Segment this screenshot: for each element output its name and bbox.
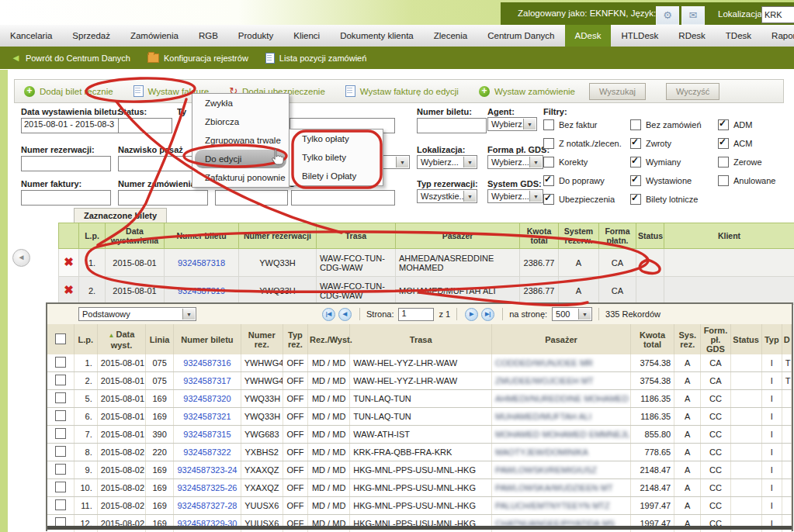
- checkbox-unchecked[interactable]: [718, 175, 729, 186]
- checkbox-unchecked[interactable]: [543, 138, 554, 149]
- tab-rgb[interactable]: RGB: [189, 25, 228, 47]
- first-page-button[interactable]: |◀: [322, 308, 335, 321]
- select-all-checkbox[interactable]: [55, 333, 66, 344]
- remove-ticket-button[interactable]: ✖: [64, 283, 74, 296]
- row-checkbox[interactable]: [55, 464, 66, 475]
- clear-button[interactable]: Wyczyść: [666, 83, 719, 100]
- tab-sprzeda[interactable]: Sprzedaż: [62, 25, 120, 47]
- tab-rdesk[interactable]: RDesk: [668, 25, 716, 47]
- filter-checkbox-acm[interactable]: ACM: [718, 138, 752, 149]
- action-wystaw-faktur-do-edycji[interactable]: Wystaw fakturę do edycji: [345, 85, 459, 97]
- action-wystaw-zam-wienie[interactable]: +Wystaw zamówienie: [479, 86, 575, 97]
- toolbar-item-powr-t-do-centrum-danych[interactable]: ◄Powrót do Centrum Danych: [11, 54, 130, 63]
- reservation-type-select[interactable]: Wszystkie...▼: [417, 189, 477, 203]
- bottom-scroll-strip[interactable]: [47, 526, 792, 530]
- toolbar-item-konfiguracja-rejestr-w[interactable]: Konfiguracja rejestrów: [147, 54, 248, 63]
- extra-wide-input[interactable]: [291, 190, 395, 206]
- checkbox-unchecked[interactable]: [543, 119, 554, 130]
- menu-item-zwyk-a[interactable]: Zwykła: [192, 94, 289, 112]
- tab-zam-wienia[interactable]: Zamówienia: [120, 25, 189, 47]
- tab-klienci[interactable]: Klienci: [283, 25, 330, 47]
- filter-checkbox-bilety-lotnicze[interactable]: Bilety lotnicze: [630, 194, 698, 205]
- row-checkbox[interactable]: [55, 428, 66, 439]
- view-select[interactable]: Podstawowy▼: [78, 307, 196, 321]
- ticket-number-link[interactable]: 9324587320: [183, 394, 231, 403]
- filter-checkbox-adm[interactable]: ADM: [718, 119, 752, 130]
- checkbox-unchecked[interactable]: [630, 119, 641, 130]
- row-checkbox[interactable]: [55, 446, 66, 457]
- prev-page-button[interactable]: ◀: [338, 308, 352, 321]
- tab-zlecenia[interactable]: Zlecenia: [424, 25, 477, 47]
- checkbox-checked[interactable]: [543, 175, 554, 186]
- tab-produkty[interactable]: Produkty: [228, 25, 283, 47]
- per-page-select[interactable]: 500▼: [552, 307, 592, 321]
- ticket-number-link[interactable]: 9324587327-28: [177, 501, 237, 510]
- ticket-number-link[interactable]: 9324587316: [183, 358, 231, 368]
- system-gds-select[interactable]: Wybierz...▼: [487, 189, 543, 203]
- tab-dokumenty-klienta[interactable]: Dokumenty klienta: [330, 25, 424, 47]
- filter-checkbox-do-poprawy[interactable]: Do poprawy: [543, 175, 605, 186]
- row-checkbox[interactable]: [55, 482, 66, 492]
- date-range-input[interactable]: 2015-08-01 - 2015-08-3: [21, 118, 119, 133]
- filter-checkbox-wystawione[interactable]: Wystawione: [630, 175, 692, 186]
- submenu-item-tylko-op-aty[interactable]: Tylko opłaty: [290, 130, 383, 148]
- filter-checkbox-wymiany[interactable]: Wymiany: [630, 157, 681, 168]
- tab-tdesk[interactable]: TDesk: [716, 25, 761, 47]
- filter-checkbox-zwroty[interactable]: Zwroty: [630, 138, 671, 149]
- submenu-item-tylko-bilety[interactable]: Tylko bilety: [290, 148, 383, 167]
- tab-centrum-danych[interactable]: Centrum Danych: [477, 25, 564, 47]
- row-checkbox[interactable]: [55, 392, 66, 403]
- checkbox-checked[interactable]: [630, 175, 641, 186]
- checkbox-checked[interactable]: [630, 138, 641, 149]
- ticket-number-input[interactable]: [417, 118, 487, 133]
- ticket-number-link[interactable]: 9324587317: [183, 376, 231, 385]
- row-checkbox[interactable]: [55, 410, 66, 421]
- checkbox-checked[interactable]: [630, 157, 641, 168]
- row-checkbox[interactable]: [55, 375, 66, 385]
- tab-htldesk[interactable]: HTLDesk: [611, 25, 668, 47]
- settings-button[interactable]: ⚙: [656, 6, 679, 25]
- last-page-button[interactable]: ▶|: [481, 308, 494, 321]
- ticket-number-link[interactable]: 9324587322: [183, 447, 231, 457]
- remove-ticket-button[interactable]: ✖: [64, 255, 74, 268]
- action-dodaj-bilet-r-cznie[interactable]: +Dodaj bilet ręcznie: [24, 86, 113, 97]
- checkbox-unchecked[interactable]: [718, 157, 729, 168]
- menu-item-zafakturuj-ponownie[interactable]: Zafakturuj ponownie: [192, 168, 289, 187]
- search-button[interactable]: Wyszukaj: [589, 83, 646, 100]
- tab-raporty[interactable]: Raporty: [761, 25, 794, 47]
- row-checkbox[interactable]: [55, 499, 66, 510]
- submenu-item-bilety-i-op-aty[interactable]: Bilety i Opłaty: [290, 167, 383, 185]
- ticket-number-link[interactable]: 9324587318: [178, 258, 225, 268]
- location-input[interactable]: KRK: [761, 6, 794, 23]
- order-number-input[interactable]: [118, 190, 208, 206]
- page-input[interactable]: 1: [398, 308, 434, 321]
- filter-checkbox-bez-faktur[interactable]: Bez faktur: [543, 119, 598, 130]
- tab-adesk[interactable]: ADesk: [565, 25, 612, 47]
- payment-form-gds-select[interactable]: Wybierz...▼: [487, 155, 543, 169]
- ticket-number-link[interactable]: 9324587319: [178, 286, 225, 295]
- invoice-number-input[interactable]: [21, 190, 111, 206]
- selected-tickets-tab[interactable]: Zaznaczone bilety: [74, 208, 167, 223]
- checkbox-checked[interactable]: [718, 119, 729, 130]
- filter-checkbox-anulowane[interactable]: Anulowane: [718, 175, 775, 186]
- row-checkbox[interactable]: [55, 357, 66, 368]
- checkbox-checked[interactable]: [718, 138, 729, 149]
- next-page-button[interactable]: ▶: [465, 308, 478, 321]
- reservation-number-input[interactable]: [21, 156, 111, 171]
- checkbox-checked[interactable]: [543, 194, 554, 205]
- ticket-number-link[interactable]: 9324587325-26: [177, 483, 237, 492]
- messages-button[interactable]: ✉: [681, 6, 705, 25]
- status-input[interactable]: [118, 118, 172, 133]
- ticket-number-link[interactable]: 9324587323-24: [177, 465, 237, 475]
- filter-checkbox-zerowe[interactable]: Zerowe: [718, 157, 762, 168]
- filter-checkbox-korekty[interactable]: Korekty: [543, 157, 588, 168]
- tab-kancelaria[interactable]: Kancelaria: [0, 25, 62, 47]
- menu-item-do-edycji[interactable]: Do edycji: [195, 150, 286, 168]
- checkbox-checked[interactable]: [630, 194, 641, 205]
- extra-field-rg-input[interactable]: [215, 190, 288, 206]
- checkbox-unchecked[interactable]: [543, 157, 554, 168]
- ticket-number-link[interactable]: 9324587315: [183, 430, 231, 439]
- collapse-panel-button[interactable]: ◄: [12, 249, 30, 267]
- ticket-number-link[interactable]: 9324587321: [183, 412, 231, 421]
- agent-select[interactable]: Wybierz...▼: [487, 117, 537, 131]
